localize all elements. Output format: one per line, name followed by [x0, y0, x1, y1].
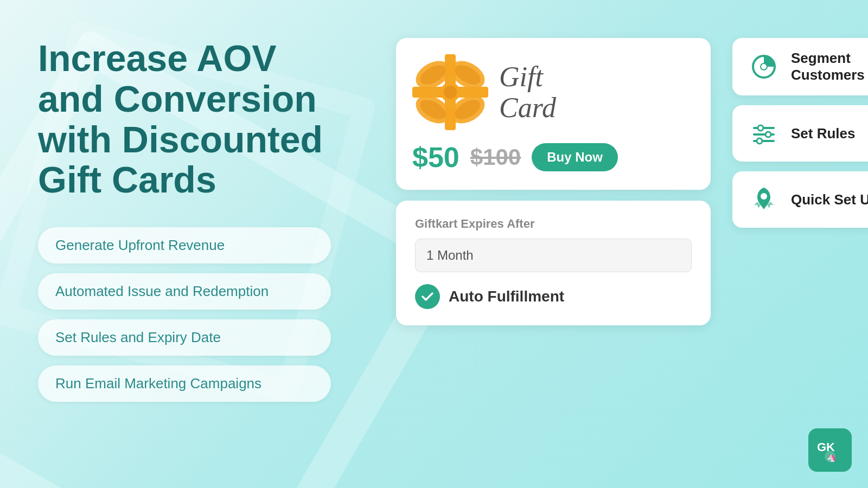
feature-card-pie-chart: Segment Customers	[732, 38, 868, 95]
feature-card-sliders: Set Rules	[732, 105, 868, 162]
sliders-icon	[748, 117, 780, 150]
left-section: Increase AOV and Conversion with Discoun…	[38, 33, 374, 455]
svg-point-18	[765, 132, 771, 137]
expires-card: Giftkart Expires After 1 Month Auto Fulf…	[396, 201, 711, 325]
gift-card-text: Gift Card	[499, 61, 556, 123]
auto-fulfillment-label: Auto Fulfillment	[449, 288, 564, 305]
feature-pill: Generate Upfront Revenue	[38, 227, 331, 264]
feature-card-label: Set Rules	[791, 125, 856, 142]
svg-point-11	[444, 86, 457, 99]
feature-pill: Set Rules and Expiry Date	[38, 319, 331, 356]
page-container: Increase AOV and Conversion with Discoun…	[0, 0, 868, 488]
feature-pills-list: Generate Upfront RevenueAutomated Issue …	[38, 227, 374, 402]
svg-text:🦄: 🦄	[827, 453, 837, 463]
auto-fulfillment-row: Auto Fulfillment	[415, 284, 692, 309]
gift-card-panel: Gift Card $50 $100 Buy Now	[396, 38, 711, 190]
svg-point-13	[761, 63, 767, 70]
logo-badge: GK 🦄	[808, 428, 852, 472]
svg-point-19	[757, 138, 762, 144]
svg-point-20	[761, 193, 767, 200]
middle-section: Gift Card $50 $100 Buy Now Giftkart Expi…	[396, 33, 711, 455]
feature-card-rocket: Quick Set Up	[732, 171, 868, 228]
main-heading: Increase AOV and Conversion with Discoun…	[38, 38, 374, 200]
discounted-price: $50	[412, 141, 459, 174]
feature-card-label: Quick Set Up	[791, 191, 868, 208]
feature-pill: Automated Issue and Redemption	[38, 273, 331, 310]
expires-label: Giftkart Expires After	[415, 217, 692, 231]
check-circle-icon	[415, 284, 440, 309]
feature-card-label: Segment Customers	[791, 50, 868, 84]
expires-value[interactable]: 1 Month	[415, 239, 692, 272]
feature-pill: Run Email Marketing Campaigns	[38, 365, 331, 402]
gift-card-price-row: $50 $100 Buy Now	[412, 141, 694, 174]
pie-chart-icon	[748, 50, 780, 83]
right-section: Segment Customers Set Rules Quick Set Up	[732, 33, 868, 455]
gift-bow-icon	[412, 54, 488, 130]
original-price: $100	[470, 144, 521, 170]
gift-card-visual: Gift Card	[412, 54, 694, 130]
buy-now-button[interactable]: Buy Now	[532, 143, 618, 171]
svg-point-17	[758, 125, 763, 131]
rocket-icon	[748, 183, 780, 216]
